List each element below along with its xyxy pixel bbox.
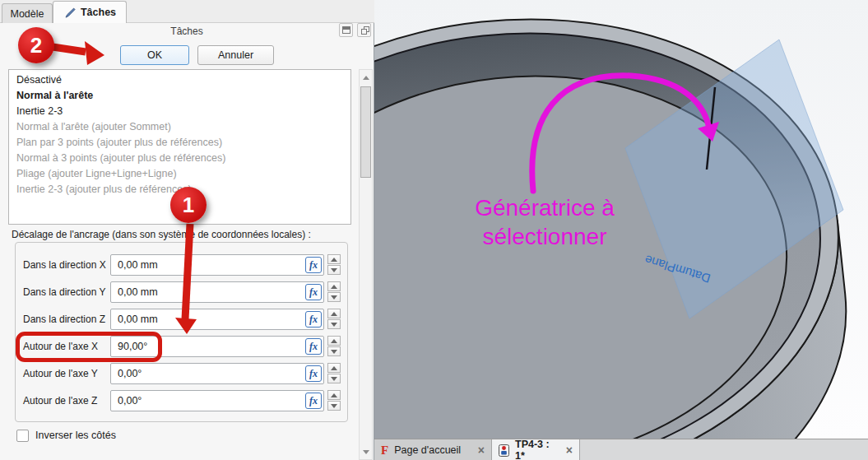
- mdi-tab-document-label: TP4-3 : 1*: [515, 439, 560, 460]
- spinner-up-button[interactable]: [327, 309, 341, 318]
- scrollbar-down-icon[interactable]: [360, 445, 372, 458]
- direction-y-spinner: [327, 281, 341, 303]
- pencil-icon: [63, 7, 76, 19]
- list-item: Normal à l'arête (ajouter Sommet): [9, 119, 350, 135]
- axis-y-input[interactable]: [110, 363, 324, 384]
- formula-icon[interactable]: fx: [305, 257, 322, 273]
- spinner-up-button[interactable]: [327, 336, 341, 346]
- step-2-arrowhead: [85, 41, 104, 65]
- callout-text-line2: sélectionner: [483, 224, 607, 249]
- dock-icon[interactable]: [339, 23, 353, 37]
- offset-caption: Décalage de l'ancrage (dans son système …: [12, 229, 311, 240]
- spinner-down-button[interactable]: [327, 401, 341, 411]
- close-icon[interactable]: ×: [478, 444, 485, 456]
- list-item[interactable]: Normal à l'arête: [9, 88, 350, 104]
- formula-icon[interactable]: fx: [305, 338, 322, 355]
- field-label: Dans la direction X: [23, 254, 107, 276]
- spinner-up-button[interactable]: [327, 281, 341, 291]
- field-row-direction-y: Dans la direction Y fx: [16, 281, 347, 303]
- spinner-up-button[interactable]: [327, 254, 341, 264]
- invert-sides-checkbox[interactable]: [16, 430, 29, 442]
- app-window: Modèle Tâches Tâches OK Annuler Désactiv…: [0, 0, 868, 460]
- mdi-tab-document[interactable]: TP4-3 : 1* ×: [492, 439, 580, 460]
- close-icon[interactable]: ×: [566, 444, 573, 456]
- direction-z-input[interactable]: [110, 309, 324, 330]
- field-label: Dans la direction Z: [23, 309, 107, 330]
- field-row-axis-z: Autour de l'axe Z fx: [16, 390, 347, 411]
- tasks-panel: Modèle Tâches Tâches OK Annuler Désactiv…: [0, 0, 374, 460]
- field-row-axis-y: Autour de l'axe Y fx: [16, 363, 347, 384]
- field-label: Autour de l'axe Y: [23, 363, 107, 384]
- viewport-3d[interactable]: DatumPlane Génératrice à sélectionner: [374, 0, 868, 439]
- field-label: Autour de l'axe Z: [23, 390, 107, 411]
- formula-icon[interactable]: fx: [305, 393, 322, 409]
- spinner-down-button[interactable]: [327, 346, 341, 356]
- spinner-down-button[interactable]: [327, 292, 341, 302]
- field-row-direction-x: Dans la direction X fx: [16, 254, 347, 276]
- field-row-direction-z: Dans la direction Z fx: [16, 309, 347, 330]
- list-item[interactable]: Inertie 2-3: [9, 104, 350, 119]
- list-item: Pliage (ajouter Ligne+Ligne+Ligne): [9, 166, 350, 182]
- panel-scrollbar[interactable]: [359, 69, 373, 460]
- axis-y-spinner: [327, 363, 341, 384]
- panel-tabbar: Modèle Tâches: [0, 0, 374, 23]
- list-item: Normal à 3 points (ajouter plus de référ…: [9, 151, 350, 166]
- invert-sides-label: Inverser les côtés: [35, 430, 116, 441]
- scrollbar-up-icon[interactable]: [360, 71, 372, 84]
- spinner-down-button[interactable]: [327, 319, 341, 329]
- panel-title: Tâches: [0, 26, 374, 37]
- axis-z-input[interactable]: [110, 390, 324, 411]
- formula-icon[interactable]: fx: [305, 284, 322, 300]
- mdi-tab-home-label: Page d'accueil: [394, 444, 461, 456]
- scene-3d[interactable]: DatumPlane Génératrice à sélectionner: [374, 0, 868, 439]
- freecad-logo-icon: F: [381, 444, 388, 457]
- spinner-up-button[interactable]: [327, 390, 341, 400]
- spinner-down-button[interactable]: [327, 374, 341, 383]
- list-item[interactable]: Désactivé: [9, 72, 350, 88]
- step-2-badge: 2: [18, 27, 54, 63]
- direction-z-spinner: [327, 309, 341, 330]
- direction-x-input[interactable]: [110, 254, 324, 276]
- mdi-tab-home[interactable]: F Page d'accueil ×: [374, 439, 492, 460]
- direction-y-input[interactable]: [110, 281, 324, 303]
- direction-x-spinner: [327, 254, 341, 276]
- spinner-up-button[interactable]: [327, 363, 341, 373]
- mdi-tabbar: F Page d'accueil × TP4-3 : 1* ×: [374, 439, 868, 460]
- document-icon: [499, 444, 509, 457]
- list-item: Plan par 3 points (ajouter plus de référ…: [9, 135, 350, 151]
- tab-taches-label: Tâches: [81, 7, 116, 18]
- scrollbar-thumb[interactable]: [360, 86, 371, 178]
- tab-taches[interactable]: Tâches: [53, 1, 127, 23]
- axis-x-spinner: [327, 336, 341, 357]
- float-icon[interactable]: [357, 23, 371, 37]
- tab-modele-label: Modèle: [11, 8, 44, 20]
- formula-icon[interactable]: fx: [305, 311, 322, 328]
- ok-button[interactable]: OK: [120, 45, 189, 65]
- axis-z-spinner: [327, 390, 341, 411]
- highlight-box-axis-x: [16, 332, 162, 362]
- cancel-button[interactable]: Annuler: [197, 45, 274, 65]
- field-label: Dans la direction Y: [23, 281, 107, 303]
- step-1-badge: 1: [170, 187, 207, 223]
- spinner-down-button[interactable]: [327, 265, 341, 275]
- callout-text-line1: Génératrice à: [475, 195, 615, 221]
- tab-modele[interactable]: Modèle: [2, 3, 53, 23]
- step-2-arrow: [53, 47, 86, 52]
- formula-icon[interactable]: fx: [305, 365, 322, 382]
